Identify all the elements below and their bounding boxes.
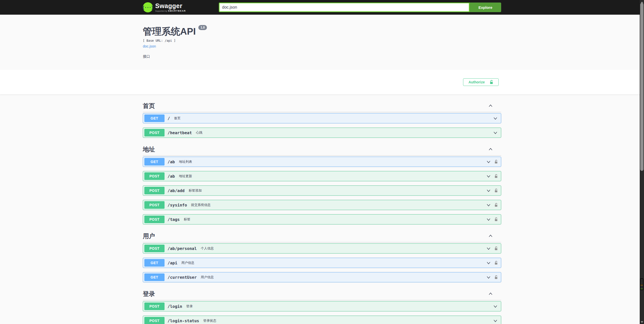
method-badge: GET — [144, 273, 165, 281]
collapse-section-button[interactable] — [488, 147, 493, 152]
tag-header[interactable]: 用户 — [143, 229, 501, 242]
operation-row[interactable]: GET /currentUser 用户信息 — [143, 272, 501, 282]
operation-row[interactable]: POST /login-status 登录状态 — [143, 316, 501, 324]
expand-operation-button[interactable] — [486, 174, 491, 179]
operation-summary: 登录 — [186, 304, 193, 309]
tag-header[interactable]: 地址 — [143, 142, 501, 156]
method-badge: POST — [144, 245, 165, 252]
chevron-down-icon — [493, 304, 498, 309]
operation-row[interactable]: POST /heartbeat 心跳 — [143, 128, 501, 138]
operation-summary: 首页 — [174, 116, 181, 121]
expand-operation-button[interactable] — [486, 159, 491, 164]
swagger-logo-icon: {···} — [143, 2, 153, 12]
method-badge: GET — [144, 114, 165, 122]
lock-icon — [494, 217, 498, 222]
expand-operation-button[interactable] — [486, 246, 491, 251]
authorization-lock-button[interactable] — [494, 174, 498, 178]
chevron-up-icon — [488, 147, 493, 152]
collapse-section-button[interactable] — [488, 234, 493, 239]
operation-summary: 标签 — [184, 217, 190, 222]
operation-summary: 地址列表 — [179, 159, 192, 164]
operation-summary: 登录状态 — [203, 318, 216, 323]
expand-operation-button[interactable] — [493, 318, 498, 323]
operation-row[interactable]: GET /ab 地址列表 — [143, 157, 501, 167]
operation-row[interactable]: POST /login 登录 — [143, 301, 501, 311]
lock-icon — [494, 203, 498, 207]
method-badge: POST — [144, 187, 165, 194]
tag-section: 登录 POST /login 登录 POST /login-status 登录状… — [143, 287, 501, 324]
authorization-lock-button[interactable] — [494, 159, 498, 164]
chevron-down-icon — [486, 202, 491, 207]
expand-operation-button[interactable] — [486, 260, 491, 265]
scheme-container: Authorize — [0, 70, 644, 95]
info-section: 管理系统API1.0 [ Base URL: /api ] doc.json 接… — [0, 15, 644, 70]
search-input[interactable] — [219, 3, 470, 12]
spec-link[interactable]: doc.json — [143, 44, 156, 48]
collapse-section-button[interactable] — [488, 291, 493, 296]
method-badge: POST — [144, 172, 165, 180]
authorization-lock-button[interactable] — [494, 188, 498, 193]
authorization-lock-button[interactable] — [494, 275, 498, 280]
tag-title: 首页 — [143, 102, 155, 110]
chevron-down-icon — [486, 159, 491, 164]
chevron-down-icon — [486, 246, 491, 251]
operation-path: /login-status — [168, 318, 199, 323]
collapse-section-button[interactable] — [488, 103, 493, 108]
lock-icon — [494, 174, 498, 178]
api-description: 接口 — [143, 54, 501, 70]
expand-operation-button[interactable] — [486, 217, 491, 222]
operation-rows: POST /ab/personal 个人信息 GET /api 用户信息 — [143, 243, 501, 282]
lock-icon — [494, 159, 498, 164]
scrollbar-down-arrow-icon[interactable] — [640, 321, 644, 324]
method-badge: POST — [144, 317, 165, 324]
method-badge: POST — [144, 216, 165, 223]
expand-operation-button[interactable] — [486, 188, 491, 193]
chevron-up-icon — [488, 234, 493, 239]
lock-icon — [494, 275, 498, 280]
operation-path: /heartbeat — [168, 130, 192, 135]
chevron-up-icon — [488, 291, 493, 296]
method-badge: POST — [144, 303, 165, 310]
tag-header[interactable]: 登录 — [143, 287, 501, 300]
tag-section: 首页 GET / 首页 POST /heartbeat 心跳 — [143, 99, 501, 138]
authorization-lock-button[interactable] — [494, 217, 498, 222]
expand-operation-button[interactable] — [486, 275, 491, 280]
authorization-lock-button[interactable] — [494, 261, 498, 265]
operation-path: /ab/personal — [168, 246, 197, 251]
base-url: [ Base URL: /api ] — [143, 39, 501, 42]
tag-title: 用户 — [143, 232, 155, 240]
authorization-lock-button[interactable] — [494, 203, 498, 207]
expand-operation-button[interactable] — [493, 304, 498, 309]
operation-row[interactable]: POST /sysinfo 提交系统信息 — [143, 200, 501, 210]
operation-path: /login — [168, 304, 182, 309]
expand-operation-button[interactable] — [493, 116, 498, 121]
operation-row[interactable]: POST /ab/personal 个人信息 — [143, 243, 501, 253]
lock-icon — [494, 261, 498, 265]
authorization-lock-button[interactable] — [494, 246, 498, 251]
tag-section: 用户 POST /ab/personal 个人信息 GET /api — [143, 229, 501, 282]
operation-row[interactable]: GET /api 用户信息 — [143, 258, 501, 268]
operation-row[interactable]: POST /ab/add 标签添加 — [143, 186, 501, 196]
authorize-button[interactable]: Authorize — [463, 78, 499, 86]
expand-operation-button[interactable] — [493, 130, 498, 135]
operation-summary: 标签添加 — [189, 188, 202, 193]
brand-supported-by: Supported bySMARTBEAR — [155, 10, 186, 12]
version-badge: 1.0 — [198, 25, 207, 30]
operation-row[interactable]: POST /tags 标签 — [143, 214, 501, 224]
method-badge: POST — [144, 129, 165, 136]
chevron-down-icon — [493, 130, 498, 135]
operation-row[interactable]: GET / 首页 — [143, 113, 501, 123]
operation-summary: 用户信息 — [181, 261, 195, 265]
scrollbar[interactable] — [640, 0, 644, 324]
operation-row[interactable]: POST /ab 地址更新 — [143, 171, 501, 181]
expand-operation-button[interactable] — [486, 202, 491, 207]
operation-path: / — [168, 116, 170, 121]
explore-button[interactable]: Explore — [470, 3, 501, 12]
explore-form: Explore — [219, 3, 501, 12]
tag-header[interactable]: 首页 — [143, 99, 501, 112]
chevron-down-icon — [486, 174, 491, 179]
scrollbar-thumb[interactable] — [640, 3, 643, 171]
operation-summary: 心跳 — [196, 130, 202, 135]
operation-path: /ab/add — [168, 188, 184, 193]
svg-text:{···}: {···} — [143, 5, 153, 10]
